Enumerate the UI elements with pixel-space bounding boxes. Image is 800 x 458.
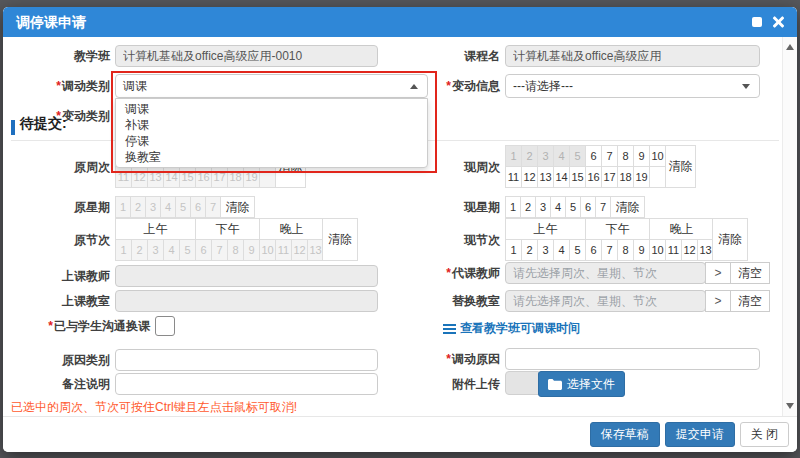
replace-room-clear-button[interactable]: 清空: [730, 290, 770, 312]
week-cell[interactable]: 1: [506, 145, 522, 167]
week-cell[interactable]: [260, 166, 276, 188]
week-cell[interactable]: 16: [196, 166, 212, 188]
submit-application-button[interactable]: 提交申请: [665, 422, 735, 447]
dropdown-option[interactable]: 调课: [116, 101, 427, 117]
reason-type-input[interactable]: [115, 349, 378, 371]
day-cell[interactable]: 3: [536, 196, 551, 218]
week-cell[interactable]: 15: [570, 166, 586, 188]
period-cell[interactable]: 8: [618, 239, 634, 261]
week-cell[interactable]: 2: [522, 145, 538, 167]
week-cell[interactable]: 13: [148, 166, 164, 188]
day-cell[interactable]: 1: [506, 196, 521, 218]
remark-input[interactable]: [115, 373, 378, 395]
day-cell[interactable]: 4: [551, 196, 566, 218]
period-cell[interactable]: 9: [634, 239, 650, 261]
period-cell[interactable]: 9: [244, 239, 260, 261]
week-cell[interactable]: 4: [554, 145, 570, 167]
dropdown-option[interactable]: 补课: [116, 117, 427, 133]
week-cell[interactable]: 19: [634, 166, 650, 188]
cur-week-clear-button[interactable]: 清除: [665, 145, 696, 188]
week-cell[interactable]: 11: [506, 166, 522, 188]
period-cell[interactable]: 10: [650, 239, 666, 261]
scroll-down-icon[interactable]: [786, 403, 794, 409]
close-icon[interactable]: [772, 16, 784, 28]
dropdown-option[interactable]: 停课: [116, 133, 427, 149]
period-cell[interactable]: 12: [292, 239, 308, 261]
week-cell[interactable]: 18: [618, 166, 634, 188]
week-cell[interactable]: 15: [180, 166, 196, 188]
day-cell[interactable]: 2: [131, 196, 146, 218]
view-adjustable-times-link[interactable]: 查看教学班可调课时间: [443, 320, 580, 337]
period-cell[interactable]: 2: [522, 239, 538, 261]
replace-room-expand-button[interactable]: >: [705, 290, 731, 312]
period-cell[interactable]: 2: [132, 239, 148, 261]
week-cell[interactable]: 10: [650, 145, 666, 167]
week-cell[interactable]: 18: [228, 166, 244, 188]
week-cell[interactable]: 8: [618, 145, 634, 167]
period-cell[interactable]: 1: [506, 239, 522, 261]
day-cell[interactable]: 2: [521, 196, 536, 218]
maximize-icon[interactable]: [752, 17, 762, 27]
period-cell[interactable]: 11: [276, 239, 292, 261]
scrollbar[interactable]: [782, 37, 797, 416]
replace-room-input[interactable]: [505, 290, 706, 312]
dropdown-option[interactable]: 换教室: [116, 149, 427, 165]
orig-teacher-input[interactable]: [115, 265, 378, 287]
period-cell[interactable]: 4: [164, 239, 180, 261]
period-cell[interactable]: 5: [570, 239, 586, 261]
day-cell[interactable]: 6: [191, 196, 206, 218]
adjust-reason-input[interactable]: [505, 348, 760, 370]
week-cell[interactable]: 5: [570, 145, 586, 167]
week-cell[interactable]: 13: [538, 166, 554, 188]
orig-room-input[interactable]: [115, 290, 378, 312]
period-cell[interactable]: 10: [260, 239, 276, 261]
teaching-class-input[interactable]: [115, 45, 378, 67]
sub-teacher-clear-button[interactable]: 清空: [730, 262, 770, 284]
week-cell[interactable]: 3: [538, 145, 554, 167]
cur-period-clear-button[interactable]: 清除: [712, 218, 748, 261]
save-draft-button[interactable]: 保存草稿: [590, 422, 660, 447]
scroll-up-icon[interactable]: [786, 44, 794, 50]
period-cell[interactable]: 3: [148, 239, 164, 261]
week-cell[interactable]: 9: [634, 145, 650, 167]
period-cell[interactable]: 4: [554, 239, 570, 261]
close-button[interactable]: 关 闭: [740, 422, 789, 447]
cur-day-clear-button[interactable]: 清除: [610, 196, 645, 218]
week-cell[interactable]: 14: [164, 166, 180, 188]
day-cell[interactable]: 5: [566, 196, 581, 218]
choose-file-button[interactable]: 选择文件: [538, 371, 625, 397]
sub-teacher-expand-button[interactable]: >: [705, 262, 731, 284]
change-info-select[interactable]: ---请选择---: [505, 74, 760, 98]
week-cell[interactable]: 17: [212, 166, 228, 188]
week-cell[interactable]: 7: [602, 145, 618, 167]
day-cell[interactable]: 1: [116, 196, 131, 218]
day-cell[interactable]: 5: [176, 196, 191, 218]
week-cell[interactable]: 17: [602, 166, 618, 188]
day-cell[interactable]: 7: [206, 196, 221, 218]
week-cell[interactable]: 14: [554, 166, 570, 188]
communicated-checkbox[interactable]: [155, 316, 175, 336]
day-cell[interactable]: 4: [161, 196, 176, 218]
period-cell[interactable]: 6: [586, 239, 602, 261]
period-cell[interactable]: 7: [602, 239, 618, 261]
period-cell[interactable]: 6: [196, 239, 212, 261]
period-cell[interactable]: 3: [538, 239, 554, 261]
day-cell[interactable]: 7: [596, 196, 611, 218]
day-cell[interactable]: 3: [146, 196, 161, 218]
day-cell[interactable]: 6: [581, 196, 596, 218]
period-cell[interactable]: 5: [180, 239, 196, 261]
week-cell[interactable]: 12: [132, 166, 148, 188]
period-cell[interactable]: 12: [682, 239, 698, 261]
week-cell[interactable]: [650, 166, 666, 188]
orig-period-clear-button[interactable]: 清除: [322, 218, 358, 261]
period-cell[interactable]: 11: [666, 239, 682, 261]
period-cell[interactable]: 7: [212, 239, 228, 261]
course-name-input[interactable]: [505, 45, 760, 67]
sub-teacher-input[interactable]: [505, 262, 706, 284]
week-cell[interactable]: 12: [522, 166, 538, 188]
week-cell[interactable]: 19: [244, 166, 260, 188]
adjust-type-select[interactable]: 调课: [115, 74, 428, 98]
period-cell[interactable]: 1: [116, 239, 132, 261]
week-cell[interactable]: 6: [586, 145, 602, 167]
week-cell[interactable]: 11: [116, 166, 132, 188]
